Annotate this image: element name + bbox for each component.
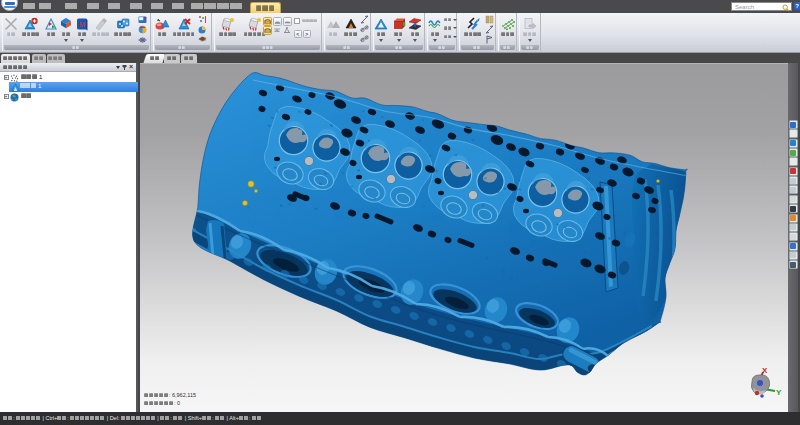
svg-text:Y: Y: [776, 388, 782, 397]
svg-text:X: X: [762, 366, 768, 375]
